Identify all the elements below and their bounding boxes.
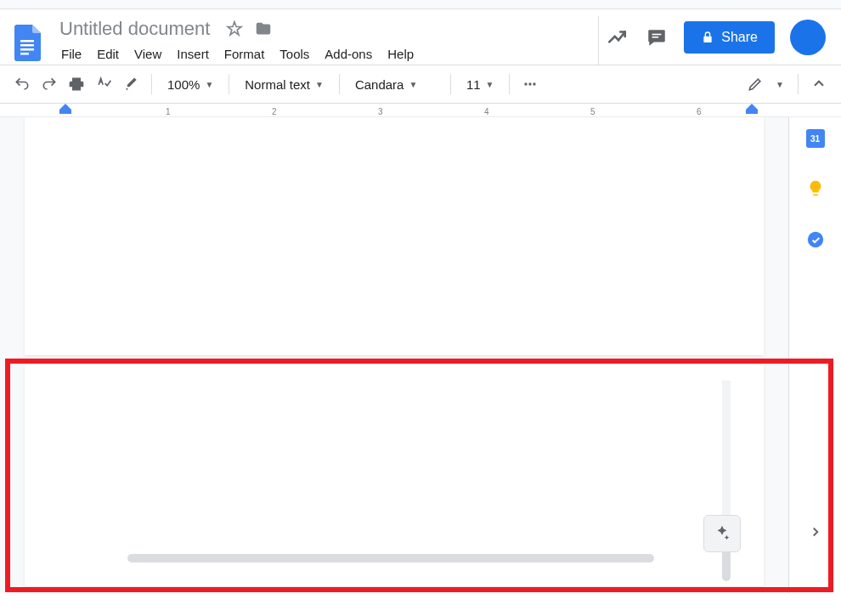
browser-chrome-strip [0, 0, 841, 9]
keep-app-icon[interactable] [805, 178, 826, 199]
svg-rect-9 [59, 110, 71, 114]
font-dropdown[interactable]: Candara ▼ [348, 74, 442, 95]
menu-edit[interactable]: Edit [90, 43, 126, 65]
side-panel: 31 [788, 117, 841, 593]
title-row: Untitled document [54, 16, 591, 42]
font-value: Candara [355, 77, 404, 92]
ruler-tick: 3 [378, 107, 383, 116]
share-label: Share [721, 30, 758, 45]
explore-button[interactable] [703, 515, 741, 552]
chevron-down-icon: ▼ [315, 80, 324, 89]
header: Untitled document File Edit View Insert … [0, 9, 841, 65]
ruler[interactable]: 1 2 3 4 5 6 [0, 104, 841, 117]
docs-logo[interactable] [10, 21, 44, 64]
paint-format-icon[interactable] [119, 72, 143, 96]
style-dropdown[interactable]: Normal text ▼ [238, 74, 330, 95]
ruler-tick: 4 [484, 107, 489, 116]
zoom-value: 100% [167, 77, 200, 92]
chevron-down-icon: ▼ [409, 80, 417, 89]
toolbar: 100% ▼ Normal text ▼ Candara ▼ 11 ▼ ▼ [0, 65, 841, 104]
font-size-value: 11 [466, 77, 481, 92]
ruler-tick: 5 [590, 107, 595, 116]
ruler-tick: 2 [272, 107, 277, 116]
menu-tools[interactable]: Tools [273, 43, 316, 65]
menu-view[interactable]: View [127, 43, 168, 65]
svg-rect-2 [20, 48, 34, 51]
separator [798, 74, 799, 94]
folder-icon[interactable] [254, 20, 273, 38]
more-icon[interactable] [518, 72, 542, 96]
undo-icon[interactable] [10, 72, 34, 96]
title-area: Untitled document File Edit View Insert … [54, 16, 591, 65]
svg-rect-10 [746, 110, 758, 114]
svg-point-7 [529, 82, 532, 85]
separator [450, 74, 451, 94]
spellcheck-icon[interactable] [92, 72, 116, 96]
menu-file[interactable]: File [54, 43, 88, 65]
font-size-dropdown[interactable]: 11 ▼ [460, 74, 501, 95]
lock-icon [701, 31, 714, 44]
chevron-down-icon[interactable]: ▼ [770, 80, 789, 89]
calendar-app-icon[interactable]: 31 [806, 129, 825, 148]
horizontal-scrollbar-thumb[interactable] [127, 554, 654, 562]
indent-marker-left[interactable] [59, 104, 71, 117]
svg-point-8 [533, 82, 536, 85]
zoom-dropdown[interactable]: 100% ▼ [161, 74, 220, 95]
star-icon[interactable] [225, 20, 244, 38]
content-area: 31 [0, 117, 841, 593]
avatar[interactable] [790, 20, 826, 55]
header-divider [598, 16, 599, 65]
tasks-app-icon[interactable] [805, 229, 826, 250]
activity-icon[interactable] [606, 25, 629, 49]
separator [509, 74, 510, 94]
document-title[interactable]: Untitled document [54, 16, 215, 42]
separator [339, 74, 340, 94]
menu-addons[interactable]: Add-ons [318, 43, 379, 65]
chevron-down-icon: ▼ [205, 80, 213, 89]
separator [229, 74, 229, 94]
style-value: Normal text [245, 77, 310, 92]
ruler-tick: 6 [697, 107, 702, 116]
svg-rect-4 [652, 34, 662, 36]
print-icon[interactable] [65, 72, 88, 96]
page[interactable] [25, 365, 764, 586]
editing-mode-icon[interactable] [743, 72, 767, 96]
svg-rect-0 [20, 40, 34, 42]
separator [151, 74, 152, 94]
comments-icon[interactable] [645, 25, 669, 49]
redo-icon[interactable] [37, 72, 61, 96]
share-button[interactable]: Share [684, 21, 775, 54]
chevron-down-icon: ▼ [486, 80, 494, 89]
svg-rect-3 [20, 53, 29, 55]
svg-point-6 [525, 82, 528, 85]
ruler-tick: 1 [166, 107, 171, 116]
menu-help[interactable]: Help [381, 43, 420, 65]
svg-rect-1 [20, 44, 34, 47]
side-panel-expand-icon[interactable] [805, 522, 826, 542]
page[interactable] [25, 117, 764, 355]
svg-rect-5 [652, 37, 659, 38]
document-canvas[interactable] [0, 117, 788, 593]
menu-insert[interactable]: Insert [170, 43, 216, 65]
menu-format[interactable]: Format [217, 43, 272, 65]
collapse-toolbar-icon[interactable] [807, 72, 831, 96]
menu-bar: File Edit View Insert Format Tools Add-o… [54, 43, 591, 65]
header-right: Share [606, 20, 831, 55]
svg-point-11 [807, 232, 822, 247]
indent-marker-right[interactable] [746, 104, 758, 117]
